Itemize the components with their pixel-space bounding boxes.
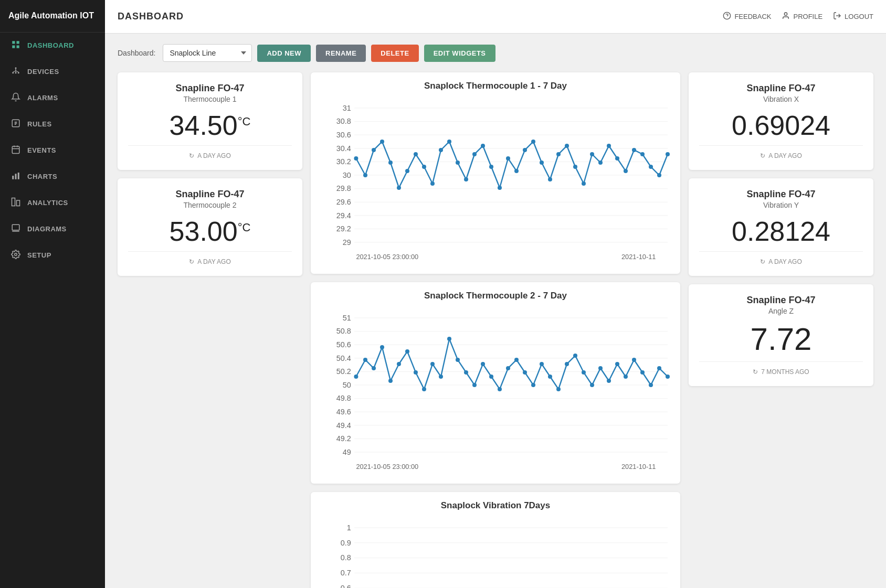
svg-point-75 [514, 169, 519, 173]
svg-point-149 [615, 362, 619, 366]
svg-point-71 [481, 144, 485, 148]
sidebar-item-charts[interactable]: CHARTS [0, 164, 105, 190]
sidebar-item-analytics[interactable]: ANALYTICS [0, 190, 105, 216]
svg-point-148 [607, 379, 611, 383]
refresh-icon5: ↻ [753, 368, 758, 376]
vy-value: 0.28124 [699, 218, 863, 245]
vy-device-name: Snapline FO-47 [699, 189, 863, 200]
svg-point-84 [590, 152, 594, 156]
svg-point-77 [531, 140, 535, 144]
center-column: Snaplock Thermocouple 1 - 7 Day 31 30.8 … [311, 72, 680, 588]
svg-point-91 [649, 165, 653, 169]
delete-button[interactable]: DELETE [371, 45, 418, 62]
vx-timestamp: ↻ A DAY AGO [699, 145, 863, 159]
svg-rect-20 [12, 176, 14, 179]
svg-point-137 [514, 358, 519, 362]
sidebar-item-label-diagrams: DIAGRAMS [27, 225, 67, 233]
svg-text:30: 30 [343, 171, 351, 179]
refresh-icon4: ↻ [760, 258, 765, 265]
events-icon [10, 145, 21, 156]
svg-text:31: 31 [343, 104, 351, 112]
svg-point-72 [489, 165, 493, 169]
svg-point-83 [582, 181, 586, 186]
svg-point-70 [472, 152, 477, 156]
svg-point-88 [624, 169, 628, 173]
svg-point-85 [598, 161, 603, 165]
topbar: DASHBOARD FEEDBACK PROFILE LOGOUT [105, 0, 886, 34]
svg-text:29.6: 29.6 [336, 198, 351, 206]
logout-label: LOGOUT [845, 13, 873, 20]
svg-rect-25 [12, 224, 19, 230]
edit-widgets-button[interactable]: EDIT WIDGETS [424, 45, 495, 62]
rename-button[interactable]: RENAME [316, 45, 366, 62]
az-timestamp: ↻ 7 MONTHS AGO [699, 361, 863, 376]
svg-point-128 [439, 375, 443, 379]
sidebar-item-alarms[interactable]: ALARMS [0, 85, 105, 111]
chart3-svg: 1 0.9 0.8 0.7 0.6 0.5 0.4 [319, 515, 672, 588]
svg-point-82 [573, 165, 577, 169]
sidebar-item-devices[interactable]: DEVICES [0, 59, 105, 85]
svg-point-59 [380, 140, 384, 144]
sidebar-item-diagrams[interactable]: DIAGRAMS [0, 216, 105, 242]
tc2-sensor-name: Thermocouple 2 [128, 201, 292, 209]
svg-point-86 [607, 144, 611, 148]
feedback-icon [723, 12, 731, 22]
svg-rect-23 [12, 198, 15, 206]
svg-point-145 [582, 370, 586, 375]
tc2-device-name: Snapline FO-47 [128, 189, 292, 200]
svg-text:49.6: 49.6 [336, 408, 351, 416]
svg-point-139 [531, 383, 535, 387]
svg-text:2021-10-05 23:00:00: 2021-10-05 23:00:00 [356, 253, 418, 261]
az-value: 7.72 [699, 324, 863, 355]
svg-point-57 [363, 173, 367, 177]
svg-point-81 [565, 144, 569, 148]
tc2-timestamp: ↻ A DAY AGO [128, 251, 292, 265]
logout-icon [833, 12, 841, 22]
profile-button[interactable]: PROFILE [782, 12, 822, 22]
svg-point-147 [598, 366, 603, 370]
vy-sensor-name: Vibration Y [699, 201, 863, 209]
svg-point-118 [354, 375, 358, 379]
vx-device-name: Snapline FO-47 [699, 83, 863, 94]
svg-point-146 [590, 383, 594, 387]
add-new-button[interactable]: ADD NEW [257, 45, 311, 62]
svg-point-93 [666, 152, 670, 156]
svg-point-76 [523, 148, 527, 152]
svg-rect-0 [12, 41, 15, 44]
svg-point-87 [615, 156, 619, 161]
svg-point-64 [422, 165, 426, 169]
vx-sensor-name: Vibration X [699, 95, 863, 103]
svg-text:2021-10-05 23:00:00: 2021-10-05 23:00:00 [356, 463, 418, 471]
svg-text:29.2: 29.2 [336, 224, 351, 233]
svg-point-61 [397, 186, 401, 190]
sidebar-item-events[interactable]: EVENTS [0, 137, 105, 164]
sidebar-nav: DASHBOARD DEVICES ALARMS RULES EVENTS [0, 33, 105, 588]
charts-icon [10, 171, 21, 183]
chart2-title: Snaplock Thermocouple 2 - 7 Day [319, 291, 672, 301]
brand-title: Agile Automation IOT [0, 0, 105, 33]
rules-icon [10, 119, 21, 130]
sidebar-item-dashboard[interactable]: DASHBOARD [0, 33, 105, 59]
svg-text:2021-10-11: 2021-10-11 [621, 253, 656, 261]
tc1-device-name: Snapline FO-47 [128, 83, 292, 94]
svg-point-92 [657, 173, 661, 177]
svg-point-150 [624, 375, 628, 379]
main-area: DASHBOARD FEEDBACK PROFILE LOGOUT [105, 0, 886, 588]
svg-point-152 [640, 370, 645, 375]
dashboard-select[interactable]: Snaplock Line [163, 44, 252, 62]
sidebar-item-rules[interactable]: RULES [0, 111, 105, 137]
svg-point-63 [414, 152, 418, 156]
refresh-icon2: ↻ [189, 258, 194, 265]
feedback-button[interactable]: FEEDBACK [723, 12, 771, 22]
sidebar-item-label-charts: CHARTS [27, 173, 57, 180]
svg-point-121 [380, 345, 384, 349]
svg-point-30 [785, 13, 787, 15]
logout-button[interactable]: LOGOUT [833, 12, 873, 22]
widget-vibration-x: Snapline FO-47 Vibration X 0.69024 ↻ A D… [689, 72, 873, 170]
svg-text:49: 49 [343, 448, 351, 456]
svg-text:30.2: 30.2 [336, 157, 351, 166]
svg-point-129 [447, 337, 451, 341]
svg-point-60 [388, 161, 393, 165]
svg-point-135 [498, 387, 502, 391]
sidebar-item-setup[interactable]: SETUP [0, 242, 105, 269]
